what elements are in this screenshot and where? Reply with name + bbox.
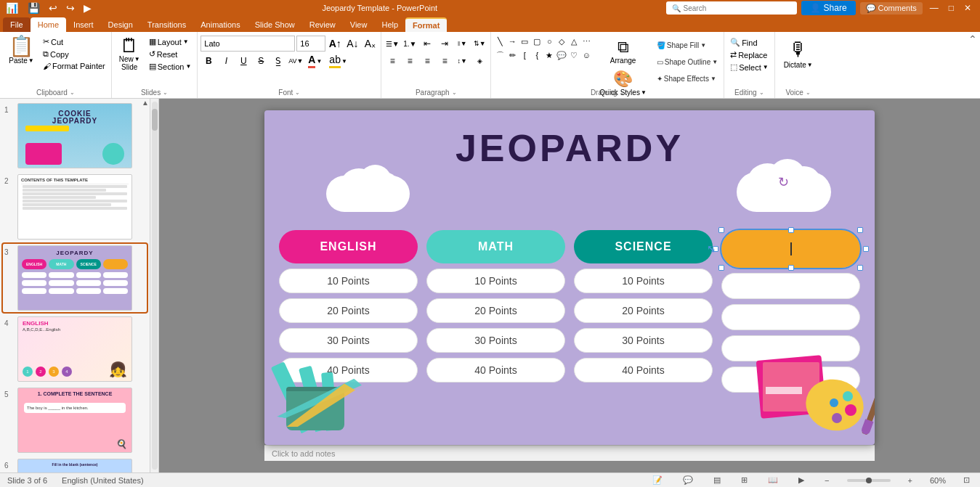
- tab-file[interactable]: File: [3, 17, 31, 32]
- decrease-font-btn[interactable]: A↓: [344, 36, 360, 52]
- slide-thumb-item[interactable]: 4 ENGLISH A,B,C,D,E...English 1 2 3 4 👧: [3, 315, 147, 383]
- shape-more-btn[interactable]: ⋯: [580, 36, 592, 47]
- slide-thumb-item-active[interactable]: 3 JEOPARDY ENGLISH MATH SCIENCE: [3, 244, 147, 312]
- shape-star-btn[interactable]: ★: [543, 49, 555, 61]
- select-button[interactable]: ⬚Select▼: [727, 62, 772, 73]
- tab-format[interactable]: Format: [405, 17, 447, 32]
- handle-bl[interactable]: [718, 265, 724, 271]
- find-button[interactable]: 🔍Find: [727, 33, 772, 48]
- handle-bc[interactable]: [788, 265, 794, 271]
- tab-animations[interactable]: Animations: [193, 17, 247, 32]
- italic-button[interactable]: I: [218, 53, 234, 69]
- format-painter-button[interactable]: 🖌Format Painter: [40, 61, 108, 71]
- shape-arrow-btn[interactable]: →: [506, 36, 518, 47]
- math-20pts[interactable]: 20 Points: [426, 298, 565, 323]
- bold-button[interactable]: B: [201, 53, 216, 69]
- slide-sorter-btn[interactable]: ⊞: [738, 475, 750, 485]
- present-qa-btn[interactable]: ▶: [81, 1, 94, 15]
- clear-format-btn[interactable]: Aₓ: [362, 36, 378, 52]
- minimize-btn[interactable]: —: [927, 3, 941, 13]
- smart-art-btn[interactable]: ◈: [471, 53, 487, 69]
- math-40pts[interactable]: 40 Points: [426, 358, 565, 382]
- fourth-20pts[interactable]: [721, 304, 860, 330]
- tab-help[interactable]: Help: [374, 17, 405, 32]
- tab-transitions[interactable]: Transitions: [140, 17, 193, 32]
- redo-qa-btn[interactable]: ↪: [64, 1, 77, 15]
- notes-view-btn[interactable]: 📝: [649, 475, 665, 485]
- font-color-btn[interactable]: A ▼: [305, 53, 325, 69]
- shape-diamond-btn[interactable]: ◇: [556, 36, 567, 47]
- underline-button[interactable]: U: [235, 53, 251, 69]
- handle-tc[interactable]: [788, 227, 794, 233]
- decrease-indent-btn[interactable]: ⇤: [419, 36, 435, 52]
- text-direction-btn[interactable]: ⇅▼: [471, 36, 487, 52]
- close-btn[interactable]: ✕: [961, 3, 974, 13]
- bullets-btn[interactable]: ☰▼: [384, 36, 400, 52]
- strikethrough-button[interactable]: S: [253, 53, 269, 69]
- shape-oval-btn[interactable]: ○: [543, 36, 555, 47]
- replace-button[interactable]: ⇄Replace: [727, 49, 772, 60]
- font-name-select[interactable]: [201, 36, 295, 52]
- shape-triangle-btn[interactable]: △: [568, 36, 580, 47]
- reset-button[interactable]: ↺Reset: [146, 49, 195, 60]
- zoom-in-btn[interactable]: +: [905, 476, 915, 485]
- fourth-header-selected[interactable]: ⤡: [721, 230, 860, 268]
- handle-tr[interactable]: [857, 227, 863, 233]
- tab-view[interactable]: View: [343, 17, 375, 32]
- align-left-btn[interactable]: ≡: [384, 53, 400, 69]
- shape-callout-btn[interactable]: 💬: [556, 49, 567, 61]
- section-button[interactable]: ▤Section▼: [146, 61, 195, 72]
- science-10pts[interactable]: 10 Points: [574, 269, 713, 293]
- share-button[interactable]: 👤 Share: [801, 1, 856, 15]
- shape-bracket-btn[interactable]: [: [519, 49, 530, 61]
- tab-slideshow[interactable]: Slide Show: [248, 17, 302, 32]
- science-30pts[interactable]: 30 Points: [574, 328, 713, 353]
- text-shadow-btn[interactable]: S̲: [270, 53, 286, 69]
- numbering-btn[interactable]: 1.▼: [402, 36, 418, 52]
- new-slide-button[interactable]: 🗒 New▼ Slide: [115, 33, 145, 74]
- slideshow-btn[interactable]: ▶: [795, 475, 807, 485]
- shape-brace-btn[interactable]: {: [531, 49, 543, 61]
- handle-mr[interactable]: [863, 246, 869, 252]
- comments-button[interactable]: 💬 Comments: [860, 2, 923, 15]
- science-header[interactable]: SCIENCE: [574, 230, 713, 263]
- fourth-10pts[interactable]: [721, 273, 860, 299]
- align-right-btn[interactable]: ≡: [419, 53, 435, 69]
- shape-effects-button[interactable]: ✦ Shape Effects ▼: [654, 72, 721, 86]
- slide-panel-scrollbar[interactable]: [150, 99, 159, 472]
- arrange-button[interactable]: ⧉ Arrange: [595, 36, 651, 67]
- shape-line-btn[interactable]: ╲: [494, 36, 506, 47]
- english-30pts[interactable]: 30 Points: [279, 328, 418, 353]
- shape-rounded-rect-btn[interactable]: ▢: [531, 36, 543, 47]
- scroll-up-btn[interactable]: ▲: [141, 99, 150, 107]
- scroll-thumb[interactable]: [152, 109, 158, 131]
- font-size-select[interactable]: [296, 36, 325, 52]
- math-10pts[interactable]: 10 Points: [426, 269, 565, 293]
- undo-qa-btn[interactable]: ↩: [46, 1, 60, 15]
- slide-thumb-item[interactable]: 5 1. COMPLETE THE SENTENCE The boy is __…: [3, 386, 147, 454]
- highlight-btn[interactable]: ab ▼: [326, 53, 350, 69]
- science-20pts[interactable]: 20 Points: [574, 298, 713, 323]
- collapse-ribbon-btn[interactable]: ⌃: [965, 32, 980, 46]
- comments-view-btn[interactable]: 💬: [680, 475, 696, 485]
- normal-view-btn[interactable]: ▤: [710, 475, 724, 485]
- search-box[interactable]: 🔍: [666, 1, 797, 15]
- columns-btn[interactable]: ⦀▼: [454, 36, 470, 52]
- math-header[interactable]: MATH: [426, 230, 565, 263]
- line-spacing-btn[interactable]: ↕▼: [454, 53, 470, 69]
- slide-thumb-item[interactable]: 1 COOKIE JEOPARDY: [3, 102, 147, 170]
- tab-home[interactable]: Home: [31, 17, 66, 32]
- english-header[interactable]: ENGLISH: [279, 230, 418, 263]
- shape-outline-button[interactable]: ▭ Shape Outline ▼: [654, 54, 721, 69]
- paste-button[interactable]: 📋 Paste▼: [3, 33, 40, 67]
- align-center-btn[interactable]: ≡: [402, 53, 418, 69]
- shape-fill-button[interactable]: 🪣 Shape Fill ▼: [654, 38, 721, 52]
- tab-insert[interactable]: Insert: [66, 17, 101, 32]
- zoom-out-btn[interactable]: −: [822, 476, 832, 485]
- slide-thumb-item[interactable]: 6 Fill in the blank (sentence) 🍳: [3, 457, 147, 472]
- handle-tl[interactable]: [718, 227, 724, 233]
- cut-button[interactable]: ✂Cut: [40, 36, 108, 47]
- slide-thumb-item[interactable]: 2 CONTENTS OF THIS TEMPLATE: [3, 173, 147, 241]
- move-handle[interactable]: ⤡: [707, 243, 716, 255]
- fit-to-window-btn[interactable]: ⊡: [960, 475, 973, 485]
